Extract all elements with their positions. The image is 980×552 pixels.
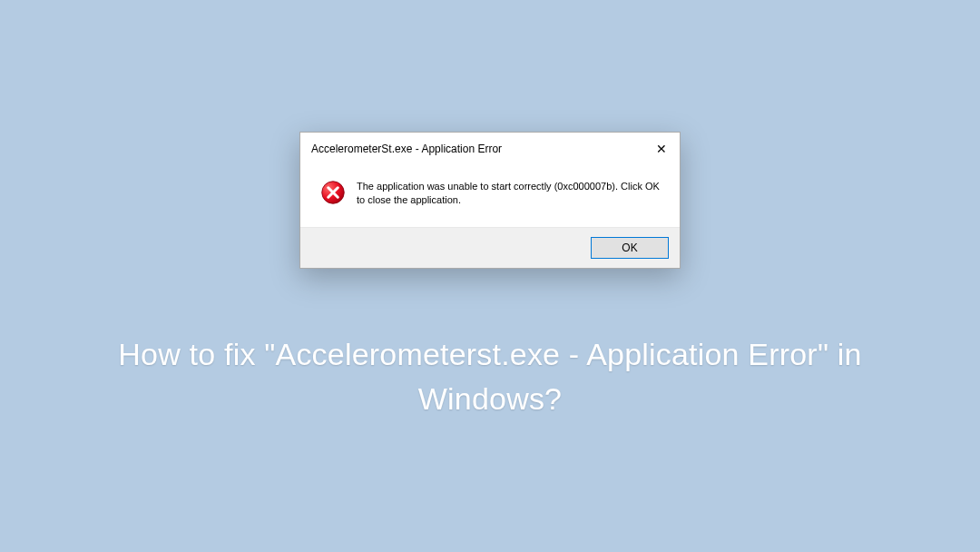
error-dialog: AccelerometerSt.exe - Application Error … bbox=[299, 132, 681, 269]
error-icon bbox=[320, 180, 346, 207]
close-icon: ✕ bbox=[656, 142, 667, 156]
dialog-title: AccelerometerSt.exe - Application Error bbox=[311, 143, 502, 155]
dialog-message: The application was unable to start corr… bbox=[357, 180, 665, 207]
page-headline: How to fix "Accelerometerst.exe - Applic… bbox=[0, 332, 980, 422]
close-button[interactable]: ✕ bbox=[652, 140, 671, 158]
ok-button[interactable]: OK bbox=[591, 237, 669, 259]
dialog-content: The application was unable to start corr… bbox=[300, 165, 680, 227]
dialog-titlebar: AccelerometerSt.exe - Application Error … bbox=[300, 133, 680, 165]
dialog-button-row: OK bbox=[300, 227, 680, 268]
